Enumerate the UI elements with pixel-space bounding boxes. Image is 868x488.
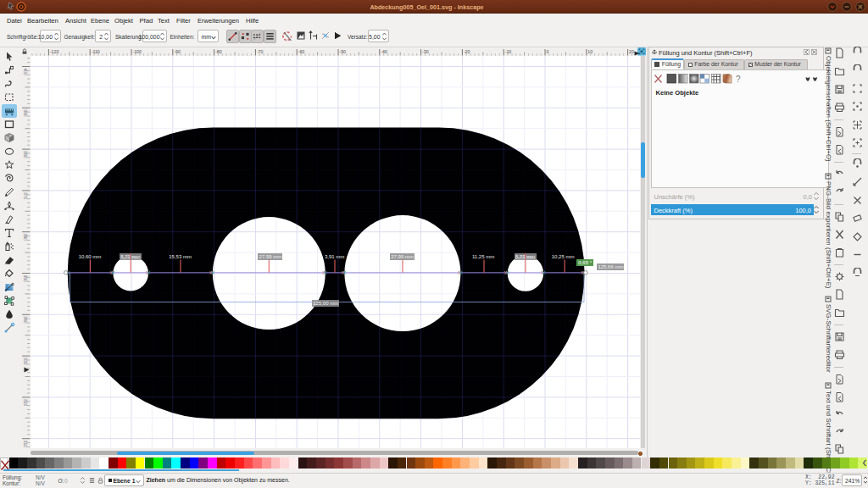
svg-text:-90: -90 xyxy=(174,49,181,54)
svg-text:310: 310 xyxy=(23,440,28,447)
svg-text:400: 400 xyxy=(23,68,28,75)
svg-text:-120: -120 xyxy=(49,49,58,54)
svg-text:10: 10 xyxy=(587,49,593,54)
svg-text:380: 380 xyxy=(23,151,28,158)
svg-text:-50: -50 xyxy=(339,49,346,54)
svg-text:-70: -70 xyxy=(256,49,263,54)
svg-text:-10: -10 xyxy=(504,49,511,54)
svg-text:0: 0 xyxy=(546,49,548,54)
svg-text:-30: -30 xyxy=(422,49,429,54)
svg-text:20: 20 xyxy=(629,49,634,54)
svg-text:350: 350 xyxy=(23,274,28,282)
svg-text:-110: -110 xyxy=(91,49,99,54)
svg-text:-40: -40 xyxy=(381,49,387,54)
svg-text:320: 320 xyxy=(23,398,28,406)
svg-text:360: 360 xyxy=(23,233,28,241)
svg-text:-80: -80 xyxy=(215,49,222,54)
svg-text:390: 390 xyxy=(23,109,28,117)
svg-text:-20: -20 xyxy=(463,49,470,54)
svg-text:340: 340 xyxy=(23,316,28,324)
svg-text:370: 370 xyxy=(23,191,28,199)
svg-text:?: ? xyxy=(736,75,741,84)
svg-text:330: 330 xyxy=(23,358,28,365)
svg-text:-100: -100 xyxy=(132,49,141,54)
svg-text:-60: -60 xyxy=(298,49,304,54)
